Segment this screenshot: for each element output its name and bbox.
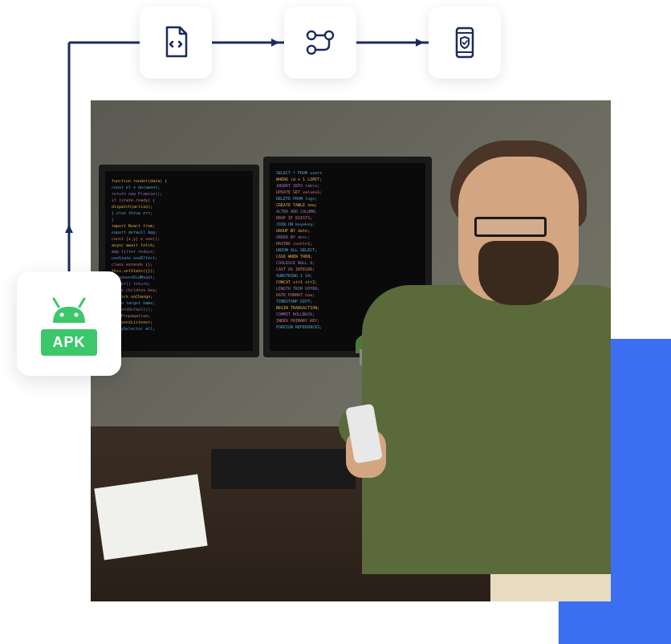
pipeline-icon [302,24,339,61]
flow-card-mobile-shield [429,6,501,79]
android-apk-icon [45,292,93,324]
apk-card: APK [17,271,121,376]
svg-line-7 [79,299,84,307]
svg-point-9 [75,312,79,316]
svg-point-1 [325,31,333,39]
apk-label: APK [41,329,96,356]
flow-card-code [140,6,212,79]
svg-line-6 [54,299,59,307]
code-file-icon [157,24,194,61]
mobile-shield-icon [446,24,483,61]
svg-point-8 [60,312,64,316]
svg-point-2 [307,46,315,54]
svg-point-0 [307,31,315,39]
flow-card-pipeline [284,6,356,79]
developer-photo: function render(data) { const el = docum… [91,100,611,601]
